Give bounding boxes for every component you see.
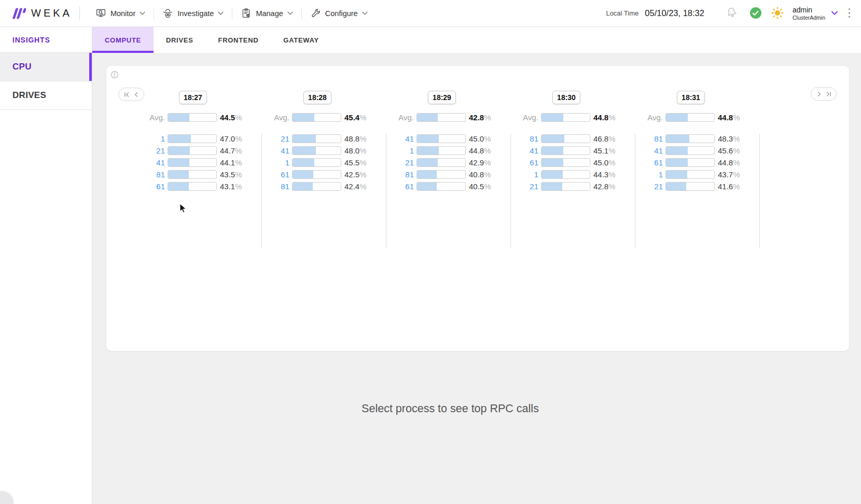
next-page-icon[interactable] [816, 91, 823, 97]
process-row[interactable]: 81 46.8% [504, 133, 629, 145]
nav-item-investigate[interactable]: Investigate [154, 0, 232, 27]
process-row[interactable]: 1 47.0% [131, 133, 255, 145]
kebab-menu-icon[interactable] [848, 7, 851, 19]
usage-bar[interactable] [292, 134, 341, 143]
process-id[interactable]: 41 [255, 146, 289, 155]
nav-item-monitor[interactable]: Monitor [87, 0, 154, 27]
tab-frontend[interactable]: FRONTEND [206, 27, 271, 53]
usage-bar[interactable] [541, 134, 590, 143]
sidebar-item-drives[interactable]: DRIVES [0, 81, 92, 110]
nav-item-manage[interactable]: Manage [232, 0, 301, 27]
process-id[interactable]: 1 [629, 170, 663, 179]
bar-fill [541, 135, 564, 143]
process-id[interactable]: 41 [380, 134, 414, 143]
process-id[interactable]: 81 [380, 170, 414, 179]
process-id[interactable]: 81 [255, 182, 289, 191]
usage-bar[interactable] [168, 170, 217, 179]
process-row[interactable]: 61 42.5% [255, 169, 380, 180]
usage-bar[interactable] [416, 158, 466, 167]
tab-drives[interactable]: DRIVES [154, 27, 206, 53]
usage-bar[interactable] [168, 182, 217, 191]
notifications-button[interactable] [725, 6, 739, 20]
last-page-icon[interactable] [825, 91, 832, 97]
process-id[interactable]: 21 [504, 182, 538, 191]
process-row[interactable]: 81 43.5% [131, 169, 255, 180]
process-row[interactable]: 21 41.6% [629, 180, 753, 192]
process-row[interactable]: 21 48.8% [255, 133, 380, 145]
usage-bar[interactable] [416, 146, 466, 155]
process-id[interactable]: 61 [131, 182, 165, 191]
process-row[interactable]: 1 43.7% [629, 169, 753, 180]
process-row[interactable]: 1 44.8% [380, 145, 504, 157]
process-row[interactable]: 41 48.0% [255, 145, 380, 157]
usage-bar[interactable] [541, 146, 590, 155]
usage-value: 48.3% [718, 134, 740, 143]
first-page-icon[interactable] [123, 91, 130, 98]
cluster-status-button[interactable] [750, 7, 761, 19]
theme-toggle-button[interactable] [771, 6, 784, 20]
process-row[interactable]: 1 45.5% [255, 157, 380, 169]
process-row[interactable]: 41 44.1% [131, 157, 255, 169]
usage-bar[interactable] [541, 182, 590, 191]
process-row[interactable]: 61 43.1% [131, 180, 255, 192]
info-icon[interactable] [110, 71, 119, 79]
usage-bar[interactable] [541, 170, 590, 179]
usage-bar[interactable] [416, 170, 466, 179]
process-id[interactable]: 61 [504, 158, 538, 167]
process-id[interactable]: 61 [255, 170, 289, 179]
process-id[interactable]: 41 [504, 146, 538, 155]
process-row[interactable]: 41 45.1% [504, 145, 629, 157]
process-row[interactable]: 41 45.0% [380, 133, 504, 145]
usage-bar[interactable] [292, 158, 341, 167]
nav-item-configure[interactable]: Configure [302, 0, 376, 27]
process-row[interactable]: 21 42.9% [380, 157, 504, 169]
tab-compute[interactable]: COMPUTE [92, 27, 154, 53]
process-id[interactable]: 41 [629, 146, 663, 155]
process-row[interactable]: 61 44.8% [629, 157, 753, 169]
process-row[interactable]: 61 40.5% [380, 180, 504, 192]
sidebar-item-cpu[interactable]: CPU [0, 53, 92, 81]
process-id[interactable]: 21 [629, 182, 663, 191]
process-id[interactable]: 1 [504, 170, 538, 179]
user-menu[interactable]: admin ClusterAdmin [793, 6, 825, 21]
usage-bar[interactable] [665, 146, 715, 155]
process-id[interactable]: 81 [131, 170, 165, 179]
process-row[interactable]: 61 45.0% [504, 157, 629, 169]
usage-bar[interactable] [416, 182, 466, 191]
usage-bar[interactable] [665, 170, 715, 179]
process-row[interactable]: 21 44.7% [131, 145, 255, 157]
avg-label: Avg. [131, 113, 165, 122]
usage-bar[interactable] [292, 182, 341, 191]
brand-logo[interactable]: WEKA [10, 6, 72, 21]
usage-bar[interactable] [541, 158, 590, 167]
process-row[interactable]: 81 40.8% [380, 169, 504, 180]
usage-bar[interactable] [168, 158, 217, 167]
process-id[interactable]: 41 [131, 158, 165, 167]
process-row[interactable]: 81 48.3% [629, 133, 753, 145]
process-id[interactable]: 61 [629, 158, 663, 167]
usage-bar[interactable] [292, 146, 341, 155]
process-id[interactable]: 21 [255, 134, 289, 143]
process-id[interactable]: 1 [255, 158, 289, 167]
usage-bar[interactable] [665, 134, 715, 143]
process-id[interactable]: 21 [380, 158, 414, 167]
process-row[interactable]: 81 42.4% [255, 180, 380, 192]
process-row[interactable]: 41 45.6% [629, 145, 753, 157]
tab-gateway[interactable]: GATEWAY [271, 27, 331, 53]
usage-bar[interactable] [168, 134, 217, 143]
process-id[interactable]: 1 [380, 146, 414, 155]
usage-bar[interactable] [168, 146, 217, 155]
process-id[interactable]: 21 [131, 146, 165, 155]
process-id[interactable]: 61 [380, 182, 414, 191]
usage-bar[interactable] [292, 170, 341, 179]
process-id[interactable]: 81 [504, 134, 538, 143]
process-row[interactable]: 1 44.3% [504, 169, 629, 180]
process-id[interactable]: 1 [131, 134, 165, 143]
usage-bar[interactable] [416, 134, 466, 143]
user-chevron-down-icon[interactable] [831, 11, 838, 15]
configure-icon [310, 8, 321, 19]
process-row[interactable]: 21 42.8% [504, 180, 629, 192]
usage-bar[interactable] [665, 182, 715, 191]
usage-bar[interactable] [665, 158, 715, 167]
process-id[interactable]: 81 [629, 134, 663, 143]
